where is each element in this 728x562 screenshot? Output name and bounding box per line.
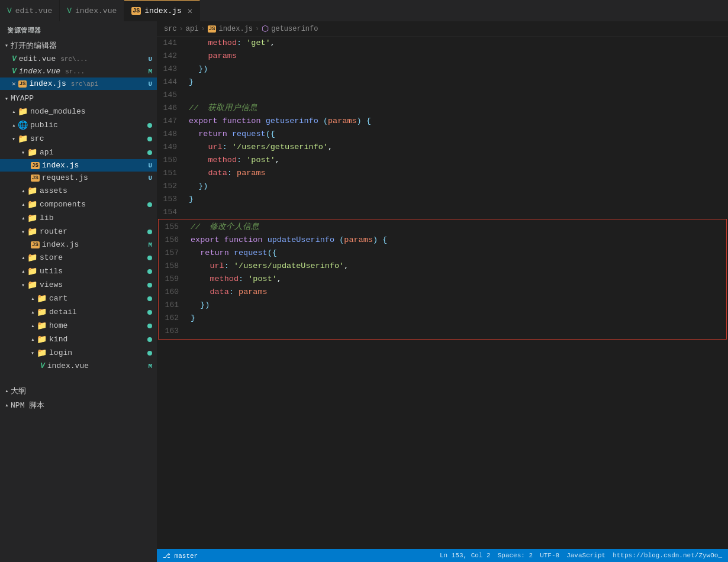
sidebar-item-api[interactable]: ▾ 📁 api (0, 146, 157, 159)
folder-icon: 📁 (27, 213, 37, 223)
chevron-icon: ▸ (10, 123, 17, 127)
sidebar-item-detail[interactable]: ▸ 📁 detail (0, 305, 157, 319)
line-num: 162 (159, 312, 188, 325)
chevron-icon: ▾ (21, 282, 25, 289)
line-content: export function updateUserinfo (params) … (188, 234, 726, 247)
tab-index-js[interactable]: JS index.js ✕ (124, 0, 200, 21)
code-line-156: 156 export function updateUserinfo (para… (159, 234, 726, 247)
line-num: 144 (157, 76, 186, 89)
tab-index-vue[interactable]: V index.vue (60, 0, 124, 21)
sidebar-title: 资源管理器 (0, 21, 157, 38)
chevron-icon: ▸ (10, 109, 17, 113)
crumb-src: src (164, 25, 177, 33)
chevron-icon: ▾ (5, 42, 8, 49)
crumb-js-icon: JS (208, 25, 217, 33)
editor-area[interactable]: 141 method: 'get', 142 params 143 }) 144 (157, 37, 728, 549)
chevron-icon: ▸ (3, 403, 10, 407)
tab-label: index.js (144, 7, 181, 15)
close-tab-button[interactable]: ✕ (188, 6, 192, 16)
folder-icon: 📁 (27, 253, 37, 263)
sidebar-item-home[interactable]: ▸ 📁 home (0, 319, 157, 332)
sidebar-item-kind[interactable]: ▸ 📁 kind (0, 332, 157, 346)
sidebar-item-public[interactable]: ▸ 🌐 public (0, 118, 157, 132)
cursor-pos: Ln 153, Col 2 (440, 552, 491, 559)
line-content: data: params (186, 167, 728, 180)
modified-dot (147, 269, 152, 274)
badge-u: U (148, 162, 152, 169)
folder-icon: 📁 (27, 280, 37, 290)
sidebar-item-login[interactable]: ▾ 📁 login (0, 346, 157, 360)
open-editor-index-js[interactable]: ✕ JS index.js src\api U (0, 77, 157, 90)
badge-m: M (148, 363, 152, 370)
main-layout: 资源管理器 ▾ 打开的编辑器 V edit.vue src\... U V in… (0, 21, 728, 562)
folder-icon: 📁 (18, 134, 28, 144)
chevron-icon: ▸ (20, 269, 27, 273)
open-editor-edit-vue[interactable]: V edit.vue src\... U (0, 53, 157, 65)
code-line-147: 147 export function getuserinfo (params)… (157, 115, 728, 128)
sidebar-item-login-index-vue[interactable]: V index.vue M (0, 360, 157, 372)
tab-edit-vue[interactable]: V edit.vue (0, 0, 60, 21)
chevron-icon: ▸ (29, 324, 36, 327)
code-line-145: 145 (157, 89, 728, 102)
npm-scripts-header[interactable]: ▸ NPM 脚本 (0, 398, 157, 412)
close-editor-icon[interactable]: ✕ (12, 80, 16, 88)
line-num: 143 (157, 63, 186, 76)
line-content (186, 206, 728, 219)
line-num: 152 (157, 180, 186, 193)
js-file-icon: JS (18, 80, 27, 88)
sidebar-item-cart[interactable]: ▸ 📁 cart (0, 292, 157, 305)
sidebar-item-src[interactable]: ▾ 📁 src (0, 132, 157, 146)
open-editors-header[interactable]: ▾ 打开的编辑器 (0, 38, 157, 53)
sidebar-item-router-index-js[interactable]: JS index.js M (0, 238, 157, 251)
folder-label: detail (49, 308, 77, 316)
sidebar-item-utils[interactable]: ▸ 📁 utils (0, 264, 157, 278)
crumb-sep: › (201, 25, 205, 33)
file-name: index.vue (19, 67, 60, 76)
git-branch[interactable]: ⎇ master (163, 552, 198, 560)
vue-file-icon: V (12, 67, 17, 76)
sidebar-item-api-index-js[interactable]: JS index.js U (0, 159, 157, 172)
folder-icon-router: 📁 (27, 227, 37, 237)
project-header[interactable]: ▾ MYAPP (0, 92, 157, 105)
folder-label: utils (40, 267, 63, 276)
sidebar-item-assets[interactable]: ▸ 📁 assets (0, 184, 157, 198)
modified-dot (147, 256, 152, 260)
folder-label: views (40, 280, 63, 289)
folder-label: lib (40, 214, 53, 222)
status-right: Ln 153, Col 2 Spaces: 2 UTF-8 JavaScript… (440, 552, 722, 559)
open-editor-index-vue[interactable]: V index.vue sr... M (0, 65, 157, 77)
sidebar-item-request-js[interactable]: JS request.js U (0, 172, 157, 184)
code-line-149: 149 url: '/users/getuserinfo', (157, 141, 728, 154)
badge-u: U (148, 175, 152, 182)
project-name: MYAPP (11, 94, 34, 103)
js-file-icon: JS (31, 162, 40, 169)
line-content: } (186, 193, 728, 206)
chevron-icon: ▾ (12, 135, 15, 143)
indent-size: Spaces: 2 (498, 552, 533, 559)
folder-icon: 🌐 (18, 120, 28, 130)
chevron-icon: ▸ (20, 216, 27, 219)
modified-dot (147, 296, 152, 301)
line-content: } (188, 312, 726, 325)
sidebar-item-lib[interactable]: ▸ 📁 lib (0, 211, 157, 225)
line-num: 160 (159, 286, 188, 299)
sidebar-item-router[interactable]: ▾ 📁 router (0, 225, 157, 238)
line-content: method: 'post', (186, 154, 728, 167)
encoding: UTF-8 (540, 552, 559, 559)
sidebar-item-components[interactable]: ▸ 📁 components (0, 198, 157, 211)
status-left: ⎇ master (163, 552, 198, 560)
sidebar-item-views[interactable]: ▾ 📁 views (0, 278, 157, 292)
code-line-146: 146 // 获取用户信息 (157, 102, 728, 115)
sidebar-item-store[interactable]: ▸ 📁 store (0, 251, 157, 264)
sidebar-item-node-modules[interactable]: ▸ 📁 node_modules (0, 105, 157, 118)
code-line-157: 157 return request({ (159, 247, 726, 260)
code-line-155: 155 // 修改个人信息 (159, 221, 726, 234)
sidebar: 资源管理器 ▾ 打开的编辑器 V edit.vue src\... U V in… (0, 21, 157, 562)
file-path: src\api (71, 80, 98, 88)
line-content (188, 325, 726, 338)
outline-header[interactable]: ▸ 大纲 (0, 384, 157, 398)
folder-label: components (40, 200, 86, 209)
blog-url[interactable]: https://blog.csdn.net/ZywOo_ (613, 552, 722, 559)
line-num: 149 (157, 141, 186, 154)
code-line-143: 143 }) (157, 63, 728, 76)
